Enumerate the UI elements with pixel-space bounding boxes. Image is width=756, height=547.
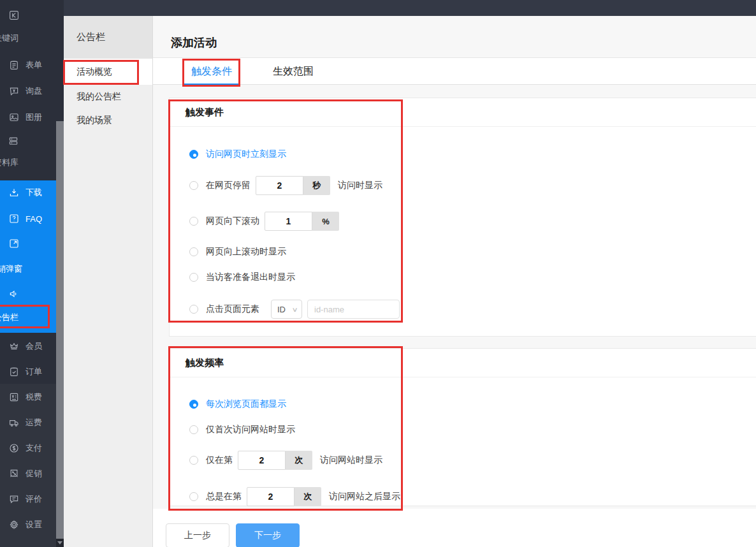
submenu-label: 活动概览 xyxy=(76,66,112,78)
scroll-percent-input[interactable] xyxy=(265,212,312,231)
previous-step-button[interactable]: 上一步 xyxy=(166,523,229,547)
submenu-item-my-scenes[interactable]: 我的场景 xyxy=(64,108,152,132)
sidebar-label: 会员 xyxy=(25,340,42,352)
option-suffix: 访问网站时显示 xyxy=(320,455,382,466)
stay-seconds-input[interactable] xyxy=(256,176,303,195)
sidebar-item-keywords[interactable]: 关键词 xyxy=(0,32,18,45)
sidebar-item-marketing-popup[interactable]: 营销弹窗 xyxy=(0,263,22,275)
option-label: 总是在第 xyxy=(206,491,242,502)
sidebar-label: 设置 xyxy=(25,519,42,530)
sidebar-label: 关键词 xyxy=(0,33,18,44)
form-content: 触发事件 访问网页时立刻显示 在网页停留 秒 访问时显示 网页向 xyxy=(153,85,756,547)
sidebar-item-faq[interactable]: FAQ xyxy=(8,212,42,225)
member-icon xyxy=(8,340,20,352)
sidebar-item-forms[interactable]: 表单 xyxy=(8,59,42,71)
announcement-icon[interactable] xyxy=(8,288,20,302)
radio-nth-visit[interactable] xyxy=(189,456,198,465)
tab-trigger-conditions[interactable]: 触发条件 xyxy=(183,58,240,85)
sidebar-label: 运费 xyxy=(25,417,42,428)
submenu-header-label: 公告栏 xyxy=(76,31,105,43)
trigger-event-panel: 触发事件 访问网页时立刻显示 在网页停留 秒 访问时显示 网页向 xyxy=(169,98,756,337)
sidebar-item-library[interactable]: 资料库 xyxy=(0,156,18,169)
submenu-item-my-announcement[interactable]: 我的公告栏 xyxy=(64,85,152,108)
wizard-footer: 上一步 下一步 xyxy=(153,509,756,547)
payment-icon xyxy=(8,442,20,454)
radio-every-pageview[interactable] xyxy=(189,400,198,409)
trigger-frequency-panel: 触发频率 每次浏览页面都显示 仅首次访问网站时显示 仅在第 次 xyxy=(169,348,756,506)
submenu-item-activity-overview[interactable]: 活动概览 xyxy=(64,59,152,85)
option-label: 网页向下滚动 xyxy=(206,215,259,227)
element-type-select[interactable]: ID ∨ xyxy=(271,300,302,319)
option-label: 仅在第 xyxy=(206,455,233,466)
radio-click-element[interactable] xyxy=(189,305,198,314)
submenu-label: 我的场景 xyxy=(76,115,112,126)
submenu-label: 我的公告栏 xyxy=(76,91,121,103)
radio-scroll-down[interactable] xyxy=(189,217,198,226)
radio-after-nth-visit[interactable] xyxy=(189,492,198,501)
chevron-down-icon: ∨ xyxy=(291,306,298,313)
secondary-sidebar: 公告栏 活动概览 我的公告栏 我的场景 xyxy=(64,16,153,547)
scroll-percent-group: % xyxy=(265,212,339,231)
sidebar-label: 图册 xyxy=(25,112,42,123)
scrollbar-thumb[interactable] xyxy=(56,121,64,539)
sidebar-label: 公告栏 xyxy=(0,312,18,323)
sidebar-item-tax[interactable]: 税费 xyxy=(8,391,42,404)
sidebar-label: 资料库 xyxy=(0,157,18,168)
after-nth-visit-input[interactable] xyxy=(247,487,294,506)
k-logo-icon[interactable] xyxy=(8,10,20,24)
review-icon xyxy=(8,493,20,505)
option-label: 每次浏览页面都显示 xyxy=(206,398,286,410)
faq-icon xyxy=(8,213,20,224)
radio-exit-intent[interactable] xyxy=(189,273,198,282)
form-icon xyxy=(8,59,20,71)
radio-scroll-up[interactable] xyxy=(189,247,198,256)
library-icon[interactable] xyxy=(8,135,19,149)
option-show-immediately: 访问网页时立刻显示 xyxy=(189,145,286,164)
unit-times: 次 xyxy=(294,487,321,506)
sidebar-item-promotion[interactable]: 促销 xyxy=(8,467,42,480)
radio-show-immediately[interactable] xyxy=(189,150,198,159)
promotion-icon xyxy=(8,468,20,479)
sidebar-item-settings[interactable]: 设置 xyxy=(8,518,42,531)
inquiry-icon xyxy=(8,85,20,97)
sidebar-item-inquiry[interactable]: 询盘 xyxy=(8,85,42,98)
sidebar-label: 促销 xyxy=(25,468,42,479)
tab-effective-scope[interactable]: 生效范围 xyxy=(265,58,322,85)
sidebar-label: 税费 xyxy=(25,391,42,403)
sidebar-item-download[interactable]: 下载 xyxy=(8,186,42,199)
sidebar-item-orders[interactable]: 订单 xyxy=(8,365,42,378)
select-value: ID xyxy=(277,305,286,314)
radio-first-visit-only[interactable] xyxy=(189,425,198,434)
sidebar-item-reviews[interactable]: 评价 xyxy=(8,493,42,506)
option-label: 点击页面元素 xyxy=(206,303,259,315)
option-label: 访问网页时立刻显示 xyxy=(206,149,286,160)
sidebar-item-payment[interactable]: 支付 xyxy=(8,442,42,455)
nth-visit-input[interactable] xyxy=(238,451,286,470)
option-scroll-down: 网页向下滚动 % xyxy=(189,212,339,231)
popup-icon[interactable] xyxy=(8,238,20,252)
app-window: 关键词 表单 询盘 图册 资料库 下载 FAQ 营销弹窗 xyxy=(0,0,756,547)
option-nth-visit: 仅在第 次 访问网站时显示 xyxy=(189,451,382,470)
main-area: 添加活动 触发条件 生效范围 触发事件 访问网页时立刻显示 在网页停留 秒 xyxy=(153,16,756,547)
scrollbar-down-button[interactable] xyxy=(56,539,64,547)
option-label: 在网页停留 xyxy=(206,180,251,191)
top-bar xyxy=(64,0,756,16)
option-every-pageview: 每次浏览页面都显示 xyxy=(189,395,286,414)
element-id-input[interactable] xyxy=(307,300,400,319)
trigger-frequency-title: 触发频率 xyxy=(170,349,756,377)
album-icon xyxy=(8,112,20,123)
page-title: 添加活动 xyxy=(171,35,217,50)
option-suffix: 访问网站之后显示 xyxy=(329,491,400,502)
next-step-button[interactable]: 下一步 xyxy=(236,523,300,547)
sidebar-label: 评价 xyxy=(25,493,42,505)
sidebar-item-announcement-bar[interactable]: 公告栏 xyxy=(0,311,18,324)
radio-stay-seconds[interactable] xyxy=(189,181,198,190)
sidebar-item-shipping[interactable]: 运费 xyxy=(8,416,42,429)
option-suffix: 访问时显示 xyxy=(338,180,382,191)
stay-seconds-group: 秒 xyxy=(256,176,330,195)
option-after-nth-visit: 总是在第 次 访问网站之后显示 xyxy=(189,487,400,506)
sidebar-item-album[interactable]: 图册 xyxy=(8,111,42,124)
sidebar-label: 营销弹窗 xyxy=(0,263,22,275)
tab-bar: 触发条件 生效范围 xyxy=(153,58,756,85)
sidebar-item-members[interactable]: 会员 xyxy=(8,340,42,353)
